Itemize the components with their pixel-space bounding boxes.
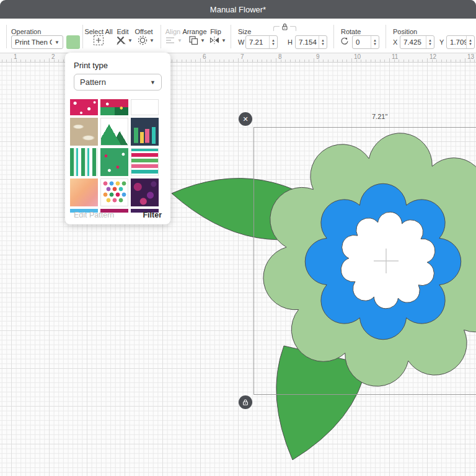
- width-axis-label: W: [238, 38, 244, 46]
- pattern-swatch-rainbow-dots[interactable]: [100, 178, 128, 206]
- pattern-swatch-pine-trees-white[interactable]: [100, 118, 128, 146]
- print-type-value: Pattern: [80, 77, 106, 87]
- pattern-swatch-purple-abstract[interactable]: [131, 178, 159, 206]
- ruler-tick: [351, 58, 352, 62]
- pattern-swatch-peach-gradient[interactable]: [70, 178, 98, 206]
- ruler-tick: [346, 60, 347, 62]
- ruler-tick: [285, 60, 286, 62]
- position-label: Position: [393, 28, 417, 35]
- print-type-dropdown[interactable]: Pattern ▼: [74, 74, 162, 90]
- ruler-tick: [446, 60, 447, 62]
- chevron-down-icon: ▼: [150, 79, 156, 86]
- selection-bounding-box[interactable]: [253, 127, 476, 395]
- position-y-input[interactable]: [447, 36, 466, 48]
- pattern-swatch-green-stripes-trees[interactable]: [70, 148, 98, 176]
- ruler-tick: [25, 60, 26, 62]
- pattern-swatch-navy-village[interactable]: [131, 118, 159, 146]
- pattern-swatch-tan-script[interactable]: [70, 118, 98, 146]
- width-field[interactable]: ▲▼: [245, 35, 278, 49]
- filter-button[interactable]: Filter: [143, 211, 162, 219]
- ruler-number: 13: [467, 53, 474, 60]
- ruler-tick: [276, 58, 276, 62]
- ruler-tick: [58, 60, 59, 62]
- size-lock[interactable]: [273, 26, 296, 31]
- ruler-tick: [44, 60, 45, 62]
- operation-dropdown[interactable]: Print Then Cut ▼: [11, 35, 63, 49]
- ruler-tick: [257, 60, 258, 62]
- rotate-icon: [340, 37, 349, 46]
- chevron-down-icon: ▼: [177, 38, 182, 43]
- pattern-swatch-holiday-letters[interactable]: [131, 148, 159, 176]
- ruler-tick: [333, 60, 333, 62]
- chevron-down-icon: ▼: [128, 38, 133, 43]
- ruler-tick: [389, 58, 390, 62]
- x-axis-label: X: [393, 38, 397, 46]
- ruler-tick: [384, 60, 385, 62]
- ruler-tick: [474, 60, 475, 62]
- rotate-button[interactable]: [340, 37, 349, 46]
- offset-button[interactable]: ▼: [137, 35, 154, 46]
- ruler-tick: [451, 60, 451, 62]
- position-x-stepper[interactable]: ▲▼: [426, 36, 434, 48]
- height-axis-label: H: [288, 38, 293, 46]
- edit-pattern-button: Edit Pattern: [74, 211, 114, 219]
- chevron-down-icon: ▼: [149, 38, 154, 43]
- edit-button[interactable]: ▼: [115, 35, 133, 46]
- ruler-tick: [380, 60, 381, 62]
- ruler-number: 2: [51, 53, 55, 60]
- arrange-button[interactable]: ▼: [188, 35, 205, 46]
- ruler-number: 1: [14, 53, 17, 60]
- ruler-tick: [191, 60, 192, 62]
- ruler-tick: [403, 60, 404, 62]
- title-bar: Manual Flower*: [0, 0, 476, 19]
- ruler-tick: [247, 60, 248, 62]
- divider: [82, 25, 83, 48]
- offset-icon: [137, 35, 148, 46]
- edit-icon: [115, 35, 126, 46]
- ruler-tick: [11, 58, 12, 62]
- position-y-field[interactable]: ▲▼: [446, 35, 475, 49]
- pattern-swatch-christmas-houses[interactable]: [100, 99, 128, 115]
- ruler-tick: [238, 58, 239, 62]
- height-field[interactable]: ▲▼: [295, 35, 327, 49]
- ruler-tick: [6, 60, 7, 62]
- deselect-button[interactable]: ✕: [239, 112, 252, 126]
- select-all-button[interactable]: [93, 35, 104, 46]
- width-stepper[interactable]: ▲▼: [269, 36, 277, 48]
- print-type-label: Print type: [74, 61, 108, 70]
- ruler-tick: [182, 60, 182, 62]
- print-type-popup: Print type Pattern ▼ Edit Pattern Filter: [65, 53, 170, 224]
- height-input[interactable]: [296, 36, 319, 48]
- divider: [6, 25, 7, 48]
- pattern-swatch-berry-sprigs-green[interactable]: [100, 148, 128, 176]
- ruler-tick: [456, 60, 456, 62]
- rotate-stepper[interactable]: ▲▼: [371, 36, 379, 48]
- position-y-stepper[interactable]: ▲▼: [466, 36, 474, 48]
- rotate-label: Rotate: [341, 28, 361, 35]
- position-x-field[interactable]: ▲▼: [400, 35, 434, 49]
- pattern-swatch-pink-snowflakes[interactable]: [70, 99, 98, 115]
- ruler-number: 12: [430, 53, 436, 60]
- ruler-tick: [375, 60, 376, 62]
- color-swatch[interactable]: [66, 35, 80, 49]
- rotate-input[interactable]: [353, 36, 371, 48]
- pattern-swatch-plain-white[interactable]: [131, 99, 159, 115]
- popup-footer: Edit Pattern Filter: [74, 211, 162, 219]
- ruler-tick: [418, 60, 418, 62]
- ruler-tick: [214, 60, 215, 62]
- lock-button[interactable]: [239, 395, 252, 409]
- lock-bracket: [273, 26, 280, 31]
- ruler-tick: [399, 60, 399, 62]
- ruler-tick: [290, 60, 291, 62]
- ruler-tick: [337, 60, 338, 62]
- width-input[interactable]: [246, 36, 269, 48]
- align-button-disabled: ▼: [165, 35, 182, 46]
- ruler-tick: [436, 60, 437, 62]
- flip-button[interactable]: ▼: [209, 35, 226, 46]
- ruler-tick: [361, 60, 361, 62]
- ruler-number: 10: [354, 53, 361, 60]
- rotate-field[interactable]: ▲▼: [352, 35, 379, 49]
- position-x-input[interactable]: [400, 36, 426, 48]
- height-stepper[interactable]: ▲▼: [319, 36, 327, 48]
- arrange-icon: [188, 35, 199, 46]
